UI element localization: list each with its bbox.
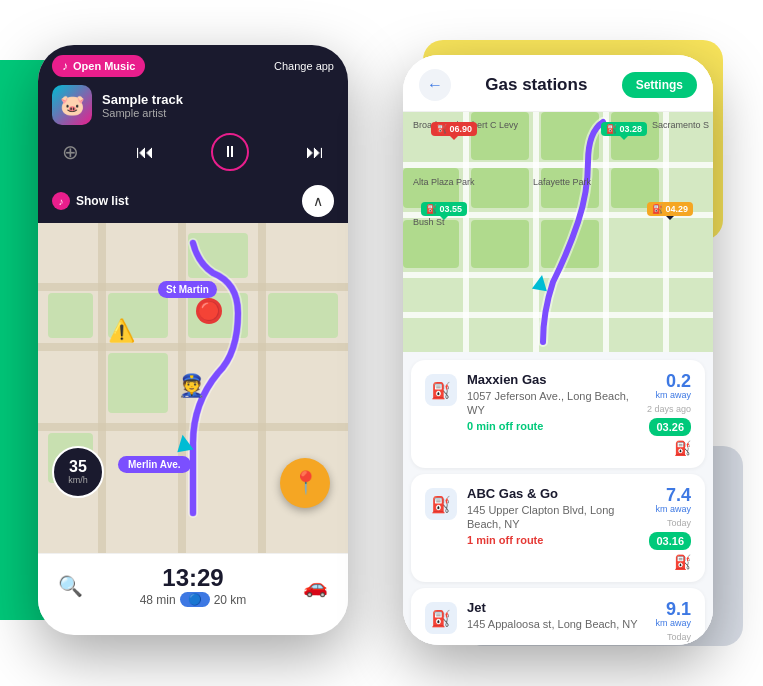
car-icon[interactable]: 🚗 bbox=[303, 574, 328, 598]
gas-name-1: Maxxien Gas bbox=[467, 372, 637, 387]
svg-rect-20 bbox=[663, 112, 669, 352]
prev-button[interactable]: ⏮ bbox=[136, 142, 154, 163]
gas-when-2: Today bbox=[667, 518, 691, 528]
right-phone-content: ← Gas stations Settings bbox=[403, 55, 713, 645]
speed-unit: km/h bbox=[68, 475, 88, 485]
time-value: 13:29 bbox=[83, 564, 303, 592]
gas-right-2: 7.4 km away Today 03.16 ⛽ bbox=[649, 486, 691, 570]
change-app-button[interactable]: Change app bbox=[274, 60, 334, 72]
svg-rect-10 bbox=[268, 293, 338, 338]
gas-name-2: ABC Gas & Go bbox=[467, 486, 639, 501]
gas-icon-2: ⛽ bbox=[425, 488, 457, 520]
open-music-label: Open Music bbox=[73, 60, 135, 72]
incident-marker: 🔴 bbox=[196, 298, 222, 324]
gas-station-item-1[interactable]: ⛽ Maxxien Gas 1057 Jeferson Ave., Long B… bbox=[411, 360, 705, 468]
speed-number: 35 bbox=[69, 459, 87, 475]
right-route-svg bbox=[403, 112, 713, 352]
lafayette-label: Lafayette Park bbox=[533, 177, 591, 187]
gas-price-2: 03.16 bbox=[649, 532, 691, 550]
gas-when-3: Today bbox=[667, 632, 691, 642]
gas-station-list: ⛽ Maxxien Gas 1057 Jeferson Ave., Long B… bbox=[403, 352, 713, 645]
gas-when-1: 2 days ago bbox=[647, 404, 691, 414]
gas-price-1: 03.26 bbox=[649, 418, 691, 436]
duration-label: 48 min bbox=[140, 593, 176, 607]
gas-km-3: 9.1 bbox=[655, 600, 691, 618]
right-phone: ← Gas stations Settings bbox=[403, 55, 713, 645]
next-button[interactable]: ⏭ bbox=[306, 142, 324, 163]
gas-km-2: 7.4 bbox=[655, 486, 691, 504]
gas-info-1: Maxxien Gas 1057 Jeferson Ave., Long Bea… bbox=[467, 372, 637, 432]
svg-rect-3 bbox=[98, 223, 106, 553]
back-icon: ← bbox=[427, 76, 443, 94]
gas-route-1: 0 min off route bbox=[467, 420, 637, 432]
distance-label: 20 km bbox=[214, 593, 247, 607]
gas-station-item-2[interactable]: ⛽ ABC Gas & Go 145 Upper Clapton Blvd, L… bbox=[411, 474, 705, 582]
sacramento-label: Sacramento S bbox=[652, 120, 709, 130]
gas-stations-title: Gas stations bbox=[485, 75, 587, 95]
gas-station-item-3[interactable]: ⛽ Jet 145 Appaloosa st, Long Beach, NY 9… bbox=[411, 588, 705, 645]
location-button[interactable]: 📍 bbox=[280, 458, 330, 508]
track-row: 🐷 Sample track Sample artist bbox=[52, 85, 334, 125]
track-emoji: 🐷 bbox=[60, 93, 85, 117]
show-list-label: Show list bbox=[76, 194, 129, 208]
gas-address-3: 145 Appaloosa st, Long Beach, NY bbox=[467, 617, 639, 631]
st-martin-label: St Martin bbox=[158, 281, 217, 298]
gas-right-3: 9.1 km away Today 03.10 bbox=[649, 600, 691, 645]
svg-rect-19 bbox=[603, 112, 609, 352]
settings-button[interactable]: Settings bbox=[622, 72, 697, 98]
svg-rect-18 bbox=[533, 112, 539, 352]
warning-marker: ⚠️ bbox=[108, 318, 135, 344]
controls-row: ⊕ ⏮ ⏸ ⏭ bbox=[52, 133, 334, 171]
track-avatar: 🐷 bbox=[52, 85, 92, 125]
gas-distance-1: 0.2 km away bbox=[655, 372, 691, 400]
gas-fuel-icon-1: ⛽ bbox=[674, 440, 691, 456]
gas-name-3: Jet bbox=[467, 600, 639, 615]
bottom-nav-left: 🔍 13:29 48 min 🔵 20 km 🚗 bbox=[38, 553, 348, 617]
gas-address-1: 1057 Jeferson Ave., Long Beach, WY bbox=[467, 389, 637, 418]
show-list-icon: ♪ bbox=[52, 192, 70, 210]
back-button[interactable]: ← bbox=[419, 69, 451, 101]
time-sub: 48 min 🔵 20 km bbox=[83, 592, 303, 607]
gas-info-3: Jet 145 Appaloosa st, Long Beach, NY bbox=[467, 600, 639, 633]
gas-km-label-3: km away bbox=[655, 618, 691, 628]
svg-rect-5 bbox=[258, 223, 266, 553]
search-icon[interactable]: 🔍 bbox=[58, 574, 83, 598]
svg-rect-28 bbox=[403, 220, 459, 268]
gas-pin-4: ⛽ 04.29 bbox=[647, 202, 693, 216]
svg-rect-11 bbox=[108, 353, 168, 413]
track-name: Sample track bbox=[102, 92, 334, 107]
gas-icon-3: ⛽ bbox=[425, 602, 457, 634]
gas-pin-2: ⛽ 03.28 bbox=[601, 122, 647, 136]
chevron-up-button[interactable]: ∧ bbox=[302, 185, 334, 217]
speed-badge: 35 km/h bbox=[52, 446, 104, 498]
gas-address-2: 145 Upper Clapton Blvd, Long Beach, NY bbox=[467, 503, 639, 532]
alta-plaza-label: Alta Plaza Park bbox=[413, 177, 475, 187]
open-music-button[interactable]: ♪ Open Music bbox=[52, 55, 145, 77]
scene: ♪ Open Music Change app 🐷 Sample track S… bbox=[0, 0, 763, 686]
add-button[interactable]: ⊕ bbox=[62, 140, 79, 164]
svg-rect-29 bbox=[471, 220, 529, 268]
gas-km-label-1: km away bbox=[655, 390, 691, 400]
map-area-left: St Martin Merlin Ave. ⚠️ 👮 🔴 ▲ 35 km/h 📍 bbox=[38, 223, 348, 553]
show-list-button[interactable]: ♪ Show list bbox=[52, 192, 129, 210]
svg-rect-6 bbox=[48, 293, 93, 338]
gas-km-label-2: km away bbox=[655, 504, 691, 514]
svg-rect-1 bbox=[38, 343, 348, 351]
gas-fuel-icon-2: ⛽ bbox=[674, 554, 691, 570]
music-bar: ♪ Open Music Change app 🐷 Sample track S… bbox=[38, 45, 348, 179]
left-phone: ♪ Open Music Change app 🐷 Sample track S… bbox=[38, 45, 348, 635]
nav-arrow: ▲ bbox=[167, 424, 200, 460]
gas-route-2: 1 min off route bbox=[467, 534, 639, 546]
route-badge: 🔵 bbox=[180, 592, 210, 607]
gas-pin-1: ⛽ 06.90 bbox=[431, 122, 477, 136]
pause-button[interactable]: ⏸ bbox=[211, 133, 249, 171]
gas-icon-1: ⛽ bbox=[425, 374, 457, 406]
gas-pin-3: ⛽ 03.55 bbox=[421, 202, 467, 216]
track-info: Sample track Sample artist bbox=[102, 92, 334, 119]
gas-right-1: 0.2 km away 2 days ago 03.26 ⛽ bbox=[647, 372, 691, 456]
map-area-right: Broadway / Robert C Levy Alta Plaza Park… bbox=[403, 112, 713, 352]
right-map-arrow: ▲ bbox=[526, 264, 557, 299]
police-marker: 👮 bbox=[178, 373, 205, 399]
svg-rect-22 bbox=[471, 168, 529, 208]
gas-km-1: 0.2 bbox=[655, 372, 691, 390]
